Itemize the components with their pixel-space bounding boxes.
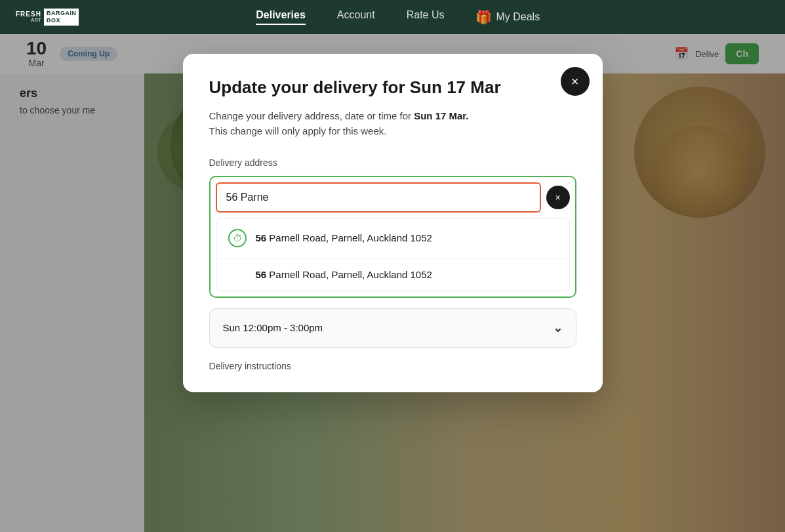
time-text: Sun 12:00pm - 3:00pm <box>223 322 323 333</box>
delivery-instructions-label: Delivery instructions <box>209 361 576 371</box>
nav-bar: FRESH ART BARGAINBOX Deliveries Account … <box>0 0 785 34</box>
suggestion-text-1: 56 Parnell Road, Parnell, Auckland 1052 <box>256 232 432 243</box>
modal-description: Change your delivery address, date or ti… <box>209 108 576 139</box>
deals-icon: 🎁 <box>475 9 492 25</box>
modal-desc-bold: Sun 17 Mar. <box>414 110 468 121</box>
suggestion-item-1[interactable]: ⏱ 56 Parnell Road, Parnell, Auckland 105… <box>216 218 569 258</box>
logo-bargain: BARGAINBOX <box>44 9 79 26</box>
address-suggestions: ⏱ 56 Parnell Road, Parnell, Auckland 105… <box>216 218 570 291</box>
nav-deliveries[interactable]: Deliveries <box>256 9 306 25</box>
address-wrapper: × ⏱ 56 Parnell Road, Parnell, Auckland 1… <box>209 176 576 298</box>
address-input-row: × <box>216 182 570 213</box>
modal-close-button[interactable]: × <box>561 67 590 96</box>
art-text: ART <box>31 18 41 23</box>
clear-address-button[interactable]: × <box>546 186 570 209</box>
logo: FRESH ART BARGAINBOX <box>16 9 79 26</box>
address-input[interactable] <box>216 182 541 213</box>
time-selector[interactable]: Sun 12:00pm - 3:00pm ⌄ <box>209 308 576 348</box>
suggestion-item-2[interactable]: 56 Parnell Road, Parnell, Auckland 1052 <box>216 258 569 291</box>
nav-account[interactable]: Account <box>337 9 375 25</box>
address-label: Delivery address <box>209 157 576 168</box>
suggestion-text-2: 56 Parnell Road, Parnell, Auckland 1052 <box>228 269 432 280</box>
logo-fresh: FRESH ART <box>16 11 41 23</box>
nav-links: Deliveries Account Rate Us 🎁 My Deals <box>256 9 540 25</box>
chevron-down-icon: ⌄ <box>553 321 563 335</box>
modal-dialog: × Update your delivery for Sun 17 Mar Ch… <box>183 54 603 392</box>
deals-label: My Deals <box>496 11 540 23</box>
nav-rate-us[interactable]: Rate Us <box>407 9 445 25</box>
location-history-icon: ⏱ <box>228 229 247 247</box>
modal-overlay: × Update your delivery for Sun 17 Mar Ch… <box>0 34 785 532</box>
modal-title: Update your delivery for Sun 17 Mar <box>209 77 576 98</box>
nav-deals[interactable]: 🎁 My Deals <box>475 9 540 25</box>
